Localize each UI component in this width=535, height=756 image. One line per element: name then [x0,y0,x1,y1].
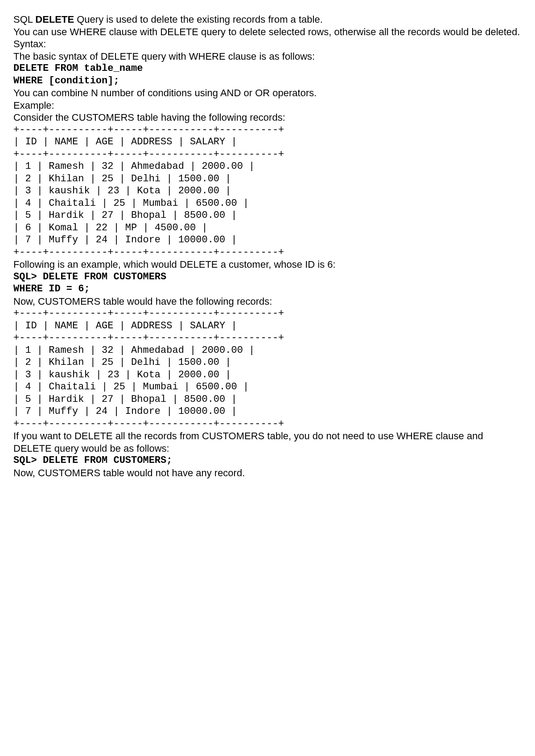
table1-border-top: +----+----------+-----+-----------+-----… [13,124,522,136]
table-row: | 7 | Muffy | 24 | Indore | 10000.00 | [13,234,522,246]
table1-border-bottom: +----+----------+-----+-----------+-----… [13,246,522,259]
syntax-label: Syntax: [13,38,522,50]
code-delete-from: DELETE FROM table_name [13,62,522,75]
now-result-1: Now, CUSTOMERS table would have the foll… [13,295,522,308]
example-label: Example: [13,99,522,112]
now-result-2: Now, CUSTOMERS table would not have any … [13,467,522,479]
syntax-desc: The basic syntax of DELETE query with WH… [13,50,522,63]
table-row: | 4 | Chaitali | 25 | Mumbai | 6500.00 | [13,381,522,393]
text: SQL [13,14,35,25]
table-row: | 2 | Khilan | 25 | Delhi | 1500.00 | [13,356,522,369]
table2-border-top: +----+----------+-----+-----------+-----… [13,307,522,320]
intro-para-2: You can use WHERE clause with DELETE que… [13,26,522,38]
code-delete-customers-l1: SQL> DELETE FROM CUSTOMERS [13,271,522,283]
table-row: | 5 | Hardik | 27 | Bhopal | 8500.00 | [13,393,522,406]
table-row: | 4 | Chaitali | 25 | Mumbai | 6500.00 | [13,197,522,210]
table2-border-mid: +----+----------+-----+-----------+-----… [13,332,522,344]
combine-note: You can combine N number of conditions u… [13,87,522,99]
code-delete-customers-l2: WHERE ID = 6; [13,283,522,295]
table-row: | 6 | Komal | 22 | MP | 4500.00 | [13,222,522,234]
table-row: | 2 | Khilan | 25 | Delhi | 1500.00 | [13,173,522,185]
table-row: | 1 | Ramesh | 32 | Ahmedabad | 2000.00 … [13,344,522,357]
following-example: Following is an example, which would DEL… [13,258,522,271]
delete-keyword: DELETE [35,14,74,25]
code-where-condition: WHERE [condition]; [13,75,522,87]
table-row: | 3 | kaushik | 23 | Kota | 2000.00 | [13,369,522,381]
example-desc: Consider the CUSTOMERS table having the … [13,111,522,124]
text: Query is used to delete the existing rec… [74,14,323,25]
delete-all-note: If you want to DELETE all the records fr… [13,430,522,454]
table-row: | 7 | Muffy | 24 | Indore | 10000.00 | [13,405,522,418]
table-row: | 1 | Ramesh | 32 | Ahmedabad | 2000.00 … [13,160,522,173]
table2-header: | ID | NAME | AGE | ADDRESS | SALARY | [13,320,522,332]
table1-border-mid: +----+----------+-----+-----------+-----… [13,148,522,161]
table2-border-bottom: +----+----------+-----+-----------+-----… [13,418,522,430]
code-delete-all: SQL> DELETE FROM CUSTOMERS; [13,454,522,467]
intro-para-1: SQL DELETE Query is used to delete the e… [13,13,522,26]
table-row: | 5 | Hardik | 27 | Bhopal | 8500.00 | [13,209,522,222]
table-row: | 3 | kaushik | 23 | Kota | 2000.00 | [13,185,522,197]
table1-header: | ID | NAME | AGE | ADDRESS | SALARY | [13,136,522,148]
